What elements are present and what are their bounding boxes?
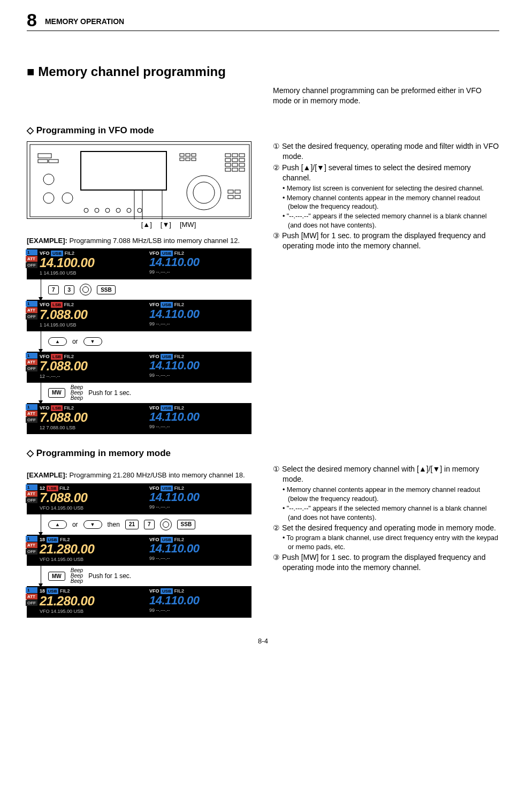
push-instruction: Push for 1 sec. — [88, 389, 131, 397]
mem-readout: 99 --.---.-- — [149, 555, 248, 561]
then-label: then — [108, 520, 120, 529]
mem-instructions: ① Select the desired memory channel with… — [273, 464, 499, 617]
svg-point-30 — [105, 208, 110, 213]
mem-readout: 99 --.---.-- — [149, 423, 248, 430]
badge-off: OFF — [26, 262, 37, 268]
badge-off: OFF — [26, 497, 37, 503]
badge-att: ATT — [26, 594, 37, 599]
svg-rect-17 — [232, 158, 238, 162]
tuning-knob-icon[interactable] — [80, 284, 92, 295]
vfo-bullet-3: • "--.---.--" appears if the selected me… — [273, 212, 499, 230]
filter-label: FIL2 — [174, 302, 184, 307]
key-3-button[interactable]: 3 — [64, 285, 75, 295]
svg-rect-20 — [232, 163, 238, 166]
mem-bullet-1: • Memory channel contents appear in the … — [273, 485, 499, 504]
mem-step-text-3: ③ Push [MW] for 1 sec. to program the di… — [273, 552, 499, 573]
main-frequency: 7.088.00 — [40, 360, 139, 373]
badge-1: 1 — [26, 249, 37, 255]
badge-1: 1 — [26, 484, 37, 490]
sub-frequency: 14.110.00 — [149, 308, 248, 320]
svg-rect-13 — [225, 154, 231, 157]
badge-att: ATT — [26, 491, 37, 497]
page-number: 8-4 — [27, 636, 499, 646]
mem-readout: VFO 14.195.00 USB — [40, 556, 139, 563]
svg-rect-11 — [186, 158, 190, 161]
filter-label: FIL2 — [60, 588, 70, 594]
vfo-instructions: ① Set the desired frequency, operating m… — [273, 141, 499, 434]
push-instruction: Push for 1 sec. — [88, 572, 131, 580]
svg-rect-22 — [225, 168, 231, 171]
sub-frequency: 14.110.00 — [149, 543, 248, 555]
chapter-number: 8 — [27, 11, 37, 29]
radio-callout-labels: [▲] [▼] [MW] — [86, 220, 251, 230]
key-7-button[interactable]: 7 — [144, 520, 155, 529]
vfo-strip-4: 1 ATT OFF VFO LSB FIL2 7.088.00 12 7.088… — [27, 403, 251, 434]
svg-rect-36 — [228, 195, 233, 199]
ssb-button[interactable]: SSB — [97, 285, 116, 295]
ssb-button[interactable]: SSB — [177, 520, 196, 529]
svg-rect-19 — [225, 163, 231, 166]
vfo-bullet-1: • Memory list screen is convenient for s… — [273, 184, 499, 193]
down-button[interactable]: ▼ — [83, 337, 102, 346]
up-button[interactable]: ▲ — [48, 337, 67, 346]
main-frequency: 7.088.00 — [40, 308, 139, 321]
svg-rect-26 — [38, 160, 48, 163]
vfo-strip-2: 1 ATT OFF VFO LSB FIL2 7.088.00 1 14.195… — [27, 300, 251, 331]
svg-rect-16 — [225, 158, 231, 162]
badge-off: OFF — [26, 314, 37, 320]
badge-att: ATT — [26, 256, 37, 262]
svg-point-32 — [127, 208, 131, 213]
badge-off: OFF — [26, 417, 37, 423]
vfo-bullet-2: • Memory channel contents appear in the … — [273, 194, 499, 212]
svg-rect-12 — [192, 158, 196, 161]
mem-example-label: [EXAMPLE]: — [27, 471, 67, 479]
svg-point-4 — [43, 174, 54, 185]
main-frequency: 21.280.00 — [40, 595, 139, 608]
badge-att: ATT — [26, 359, 37, 365]
vfo-step-2: ▲ or ▼ — [27, 331, 251, 352]
mem-readout: 99 --.---.-- — [149, 504, 248, 510]
mem-readout: VFO 14.195.00 USB — [40, 505, 139, 511]
svg-point-28 — [84, 208, 88, 213]
up-button[interactable]: ▲ — [48, 520, 67, 529]
mem-readout: 99 --.---.-- — [149, 321, 248, 327]
svg-point-33 — [138, 208, 142, 213]
svg-rect-25 — [38, 154, 51, 158]
svg-point-31 — [116, 208, 120, 213]
svg-rect-35 — [235, 190, 240, 193]
mw-button[interactable]: MW — [48, 388, 65, 398]
svg-rect-7 — [180, 154, 184, 156]
badge-att: ATT — [26, 542, 37, 548]
mem-readout: 1 14.195.00 USB — [40, 270, 139, 276]
down-button[interactable]: ▼ — [83, 520, 102, 529]
badge-1: 1 — [26, 353, 37, 359]
key-21-button[interactable]: 21 — [125, 520, 139, 529]
svg-rect-24 — [239, 168, 245, 171]
svg-rect-8 — [186, 154, 190, 156]
tuning-knob-icon[interactable] — [160, 519, 172, 530]
page-header: 8 MEMORY OPERATION — [27, 11, 499, 31]
svg-rect-10 — [180, 158, 184, 161]
callout-up: [▲] — [141, 220, 152, 230]
key-7-button[interactable]: 7 — [48, 285, 59, 295]
svg-point-6 — [62, 193, 73, 203]
mem-example-text: Programming 21.280 MHz/USB into memory c… — [69, 471, 245, 479]
svg-rect-9 — [192, 154, 196, 156]
svg-rect-21 — [239, 163, 245, 166]
vfo-step-text-3: ③ Push [MW] for 1 sec. to program the di… — [273, 231, 499, 251]
svg-rect-34 — [228, 190, 233, 193]
mw-button[interactable]: MW — [48, 572, 65, 581]
mem-strip-3: 1 ATT OFF 18 USB FIL2 21.280.00 VFO 14.1… — [27, 586, 251, 617]
mem-readout: 99 --.---.-- — [149, 607, 248, 613]
vfo-strip-1: 1 ATT OFF VFO USB FIL2 14.100.00 1 14.19… — [27, 248, 251, 279]
callout-mw: [MW] — [180, 220, 196, 230]
svg-rect-18 — [239, 158, 245, 162]
mem-strip-1: 1 ATT OFF 12 LSB FIL2 7.088.00 VFO 14.19… — [27, 483, 251, 514]
badge-off: OFF — [26, 600, 37, 606]
sub-frequency: 14.110.00 — [149, 360, 248, 371]
radio-front-panel-diagram — [27, 141, 251, 219]
mem-strip-2: 1 ATT OFF 18 USB FIL2 21.280.00 VFO 14.1… — [27, 535, 251, 566]
svg-point-5 — [43, 193, 54, 203]
filter-label: FIL2 — [174, 588, 184, 594]
mem-bullet-3: • To program a blank channel, use direct… — [273, 534, 499, 552]
